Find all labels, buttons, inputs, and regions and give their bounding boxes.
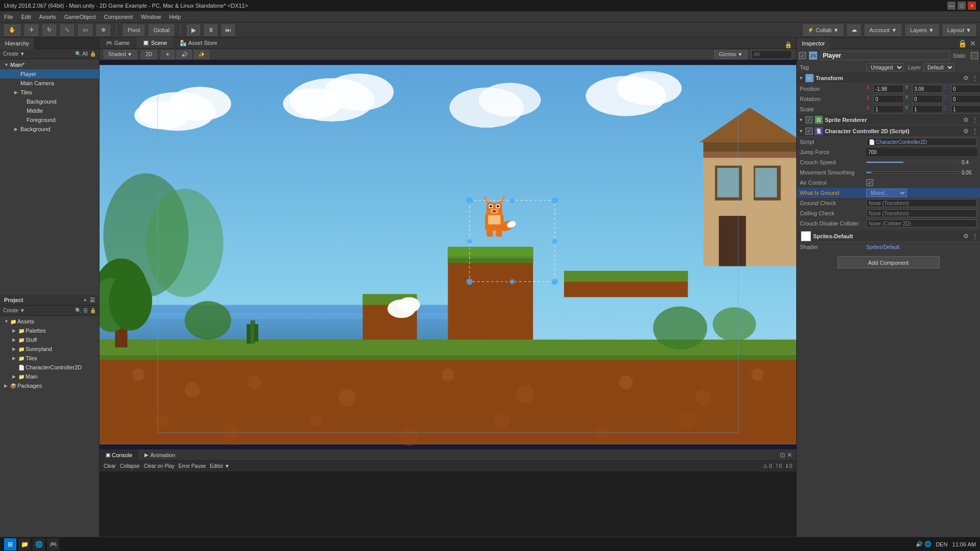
fx-btn[interactable]: ✨ [194, 50, 209, 59]
position-z[interactable] [951, 85, 980, 93]
pivot-button[interactable]: Pivot [123, 24, 144, 36]
audio-btn[interactable]: 🔊 [177, 50, 192, 59]
cloud-button[interactable]: ☁ [847, 24, 861, 36]
asset-store-tab[interactable]: 🏪 Asset Store [174, 37, 224, 48]
hier-item-background-child[interactable]: Background [0, 97, 99, 106]
sprite-renderer-header[interactable]: ▼ 🖼 Sprite Renderer ⚙ ⋮ [797, 114, 980, 126]
scene-lock[interactable]: 🔒 [785, 41, 792, 48]
hier-item-background-root[interactable]: ▶ Background [0, 124, 99, 134]
console-clear-on-play-btn[interactable]: Clear on Play [144, 463, 175, 469]
air-control-checkbox[interactable] [866, 179, 873, 186]
what-is-ground-dropdown[interactable]: Mixed... [866, 189, 907, 197]
inspector-close[interactable]: ✕ [970, 39, 976, 47]
scale-x[interactable] [873, 105, 904, 113]
inspector-tab[interactable]: Inspector [797, 38, 830, 49]
maximize-button[interactable]: □ [958, 2, 966, 10]
project-assets[interactable]: ▼ 📁 Assets [0, 317, 99, 326]
static-checkbox[interactable] [971, 52, 978, 59]
hier-item-main[interactable]: ▼ Main* [0, 60, 99, 69]
jump-force-input[interactable] [866, 148, 977, 156]
project-sunnyland[interactable]: ▶ 📁 Sunnyland [0, 344, 99, 354]
add-component-button[interactable]: Add Component [838, 256, 940, 268]
hier-lock[interactable]: 🔒 [90, 51, 96, 57]
menu-window[interactable]: Window [141, 14, 161, 20]
project-tiles[interactable]: ▶ 📁 Tiles [0, 354, 99, 363]
edge-btn[interactable]: 🌐 [33, 538, 45, 550]
project-packages[interactable]: ▶ 📦 Packages [0, 381, 99, 390]
shaded-dropdown[interactable]: Shaded ▼ [104, 50, 137, 59]
project-stuff[interactable]: ▶ 📁 Stuff [0, 335, 99, 344]
menu-assets[interactable]: Assets [39, 14, 56, 20]
char-controller-more[interactable]: ⋮ [972, 128, 978, 135]
transform-more[interactable]: ⋮ [972, 74, 978, 82]
hier-item-tiles[interactable]: ▶ Tiles [0, 88, 99, 97]
global-button[interactable]: Global [149, 24, 174, 36]
sprite-renderer-active[interactable] [805, 116, 813, 123]
rotation-x[interactable] [873, 95, 904, 103]
hier-item-foreground[interactable]: Foreground [0, 115, 99, 124]
menu-edit[interactable]: Edit [21, 14, 31, 20]
account-button[interactable]: Account ▼ [865, 24, 901, 36]
sprites-settings[interactable]: ⚙ [963, 233, 969, 240]
ground-check-field[interactable]: None (Transform) [866, 199, 977, 207]
sprites-default-header[interactable]: Sprites-Default ⚙ ⋮ [797, 231, 980, 242]
project-palettes[interactable]: ▶ 📁 Palettes [0, 326, 99, 335]
char-controller-settings[interactable]: ⚙ [963, 128, 969, 135]
project-lock[interactable]: 🔒 [90, 308, 96, 313]
hierarchy-tab[interactable]: Hierarchy [0, 38, 35, 49]
gameobj-active-checkbox[interactable] [799, 52, 806, 59]
bottom-close[interactable]: ✕ [787, 452, 792, 459]
rect-tool[interactable]: ▭ [78, 24, 92, 36]
gameobj-name-input[interactable] [820, 51, 950, 60]
scale-tool[interactable]: ⤡ [60, 24, 74, 36]
step-button[interactable]: ⏭ [222, 24, 235, 36]
ceiling-check-field[interactable]: None (Transform) [866, 209, 977, 217]
play-button[interactable]: ▶ [187, 24, 200, 36]
menu-component[interactable]: Component [104, 14, 133, 20]
collab-button[interactable]: ⚡ Collab ▼ [803, 24, 843, 36]
script-field[interactable]: 📄 CharacterController2D [866, 138, 977, 146]
sprite-renderer-more[interactable]: ⋮ [972, 116, 978, 123]
project-create-btn[interactable]: Create ▼ [3, 308, 25, 313]
project-add-btn[interactable]: + [84, 297, 87, 304]
rotate-tool[interactable]: ↻ [42, 24, 56, 36]
sprite-renderer-settings[interactable]: ⚙ [963, 116, 969, 123]
layers-button[interactable]: Layers ▼ [905, 24, 939, 36]
project-list-view[interactable]: ☰ [83, 308, 88, 313]
hier-item-middle[interactable]: Middle [0, 106, 99, 115]
menu-file[interactable]: File [4, 14, 13, 20]
2d-button[interactable]: 2D [141, 50, 157, 59]
multi-tool[interactable]: ⊕ [96, 24, 110, 36]
layout-button[interactable]: Layout ▼ [943, 24, 976, 36]
scale-z[interactable] [951, 105, 980, 113]
crouch-speed-slider[interactable] [866, 161, 960, 163]
console-tab[interactable]: ▣ Console [100, 449, 138, 461]
scene-tab[interactable]: 🔲 Scene [136, 37, 174, 48]
pause-button[interactable]: ⏸ [204, 24, 217, 36]
menu-help[interactable]: Help [169, 14, 181, 20]
bottom-expand[interactable]: ⊡ [780, 452, 785, 459]
move-tool[interactable]: ✛ [24, 24, 38, 36]
animation-tab[interactable]: ▶ Animation [138, 449, 181, 461]
hand-tool[interactable]: ✋ [4, 24, 20, 36]
game-tab[interactable]: 🎮 Game [100, 37, 136, 48]
scene-view[interactable] [100, 60, 796, 449]
project-main[interactable]: ▶ 📁 Main [0, 372, 99, 381]
hier-search[interactable]: 🔍 All [75, 51, 88, 57]
scene-search-input[interactable] [751, 50, 792, 59]
transform-settings[interactable]: ⚙ [963, 74, 969, 82]
shader-value[interactable]: Sprites/Default [866, 244, 900, 250]
position-y[interactable] [912, 85, 943, 93]
inspector-lock[interactable]: 🔒 [958, 39, 967, 47]
rotation-y[interactable] [912, 95, 943, 103]
project-options-btn[interactable]: ☰ [90, 297, 95, 304]
layer-dropdown[interactable]: Default [923, 63, 954, 71]
char-controller-active[interactable] [805, 128, 813, 135]
hier-item-player[interactable]: Player [0, 69, 99, 79]
crouch-disable-field[interactable]: None (Collider 2D) [866, 219, 977, 228]
hier-item-main-camera[interactable]: Main Camera [0, 79, 99, 88]
smoothing-slider[interactable] [866, 171, 960, 173]
transform-header[interactable]: ▼ ⊹ Transform ⚙ ⋮ [797, 72, 980, 84]
project-search[interactable]: 🔍 [75, 308, 81, 313]
file-explorer-btn[interactable]: 📁 [18, 538, 31, 550]
